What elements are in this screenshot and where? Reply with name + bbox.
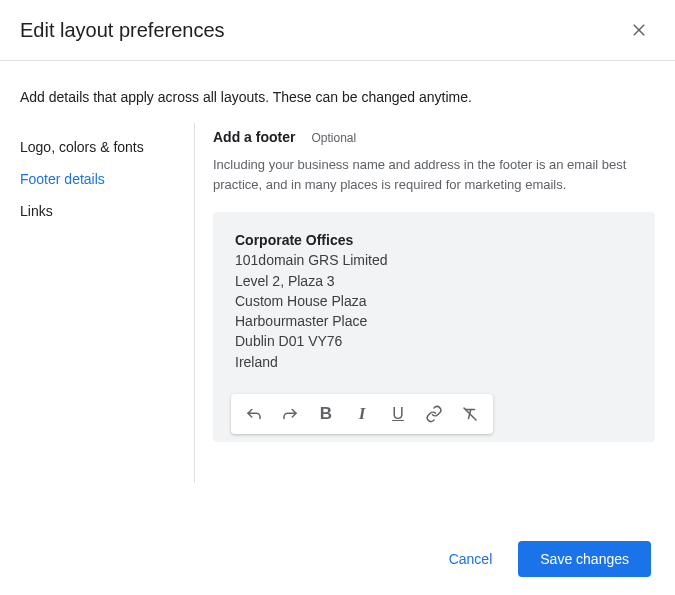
sidebar-item-footer-details[interactable]: Footer details [20,163,182,195]
footer-line: Custom House Plaza [235,291,633,311]
italic-button[interactable]: I [345,398,379,430]
undo-icon [245,405,263,423]
sidebar-item-logo-colors-fonts[interactable]: Logo, colors & fonts [20,131,182,163]
close-icon [630,21,648,39]
sidebar-item-links[interactable]: Links [20,195,182,227]
link-icon [425,405,443,423]
sidebar: Logo, colors & fonts Footer details Link… [20,123,195,483]
save-button[interactable]: Save changes [518,541,651,577]
section-header: Add a footer Optional [213,129,655,145]
dialog-subtitle: Add details that apply across all layout… [0,61,675,123]
optional-label: Optional [311,131,356,145]
formatting-toolbar: B I U [231,394,493,434]
bold-button[interactable]: B [309,398,343,430]
footer-line: 101domain GRS Limited [235,250,633,270]
cancel-button[interactable]: Cancel [431,541,511,577]
footer-line: Harbourmaster Place [235,311,633,331]
footer-line: Dublin D01 VY76 [235,331,633,351]
clear-format-icon [461,405,479,423]
footer-block-title: Corporate Offices [235,230,633,250]
close-button[interactable] [627,18,651,42]
dialog-footer: Cancel Save changes [431,541,651,577]
footer-editor: Corporate Offices101domain GRS LimitedLe… [213,212,655,442]
section-description: Including your business name and address… [213,155,655,194]
redo-button[interactable] [273,398,307,430]
dialog-header: Edit layout preferences [0,0,675,61]
footer-block: Corporate Offices101domain GRS LimitedLe… [235,230,633,372]
footer-line: Level 2, Plaza 3 [235,271,633,291]
main-panel: Add a footer Optional Including your bus… [195,123,655,483]
clear-format-button[interactable] [453,398,487,430]
redo-icon [281,405,299,423]
section-title: Add a footer [213,129,295,145]
link-button[interactable] [417,398,451,430]
footer-editor-content[interactable]: Corporate Offices101domain GRS LimitedLe… [213,212,655,407]
footer-line: Ireland [235,352,633,372]
dialog-title: Edit layout preferences [20,19,225,42]
underline-button[interactable]: U [381,398,415,430]
undo-button[interactable] [237,398,271,430]
content-area: Logo, colors & fonts Footer details Link… [0,123,675,483]
